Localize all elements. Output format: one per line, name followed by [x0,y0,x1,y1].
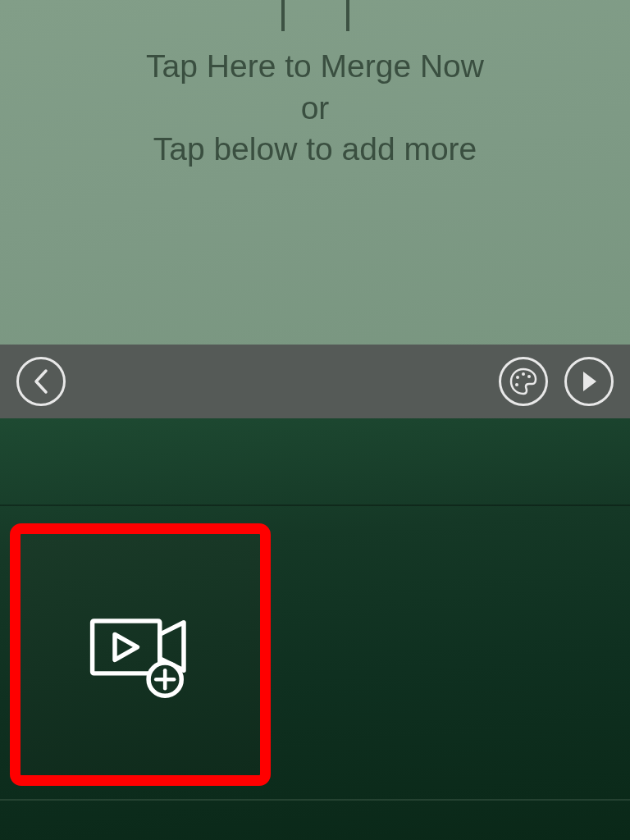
bottom-divider [0,799,630,801]
palette-icon [508,366,539,397]
svg-point-1 [522,372,525,376]
back-button[interactable] [16,357,66,406]
svg-point-2 [527,375,531,378]
instruction-text: Tap Here to Merge Now or Tap below to ad… [146,46,484,171]
svg-point-0 [516,376,519,379]
timeline-area [0,418,630,840]
instruction-line-3: Tap below to add more [146,129,484,171]
arrow-line-right [346,0,349,31]
play-icon [578,370,600,393]
arrow-line-left [281,0,285,31]
instruction-panel[interactable]: Tap Here to Merge Now or Tap below to ad… [0,0,630,345]
svg-point-3 [515,383,518,386]
add-video-button[interactable] [10,523,271,786]
play-button[interactable] [564,357,614,406]
instruction-line-2: or [146,88,484,130]
toolbar [0,345,630,418]
add-video-icon [81,612,200,698]
svg-rect-4 [92,620,159,673]
timeline-divider [0,504,630,506]
arrow-indicator [281,0,349,31]
palette-button[interactable] [499,357,548,406]
chevron-left-icon [31,368,51,395]
instruction-line-1: Tap Here to Merge Now [146,46,484,88]
